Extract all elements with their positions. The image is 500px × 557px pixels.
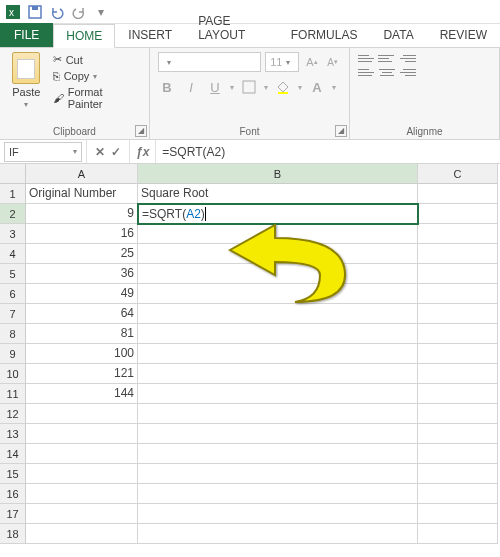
decrease-font-icon[interactable]: A▾	[324, 53, 341, 71]
row-header-1[interactable]: 1	[0, 184, 26, 204]
cell-C10[interactable]	[418, 364, 498, 384]
tab-data[interactable]: DATA	[370, 23, 426, 47]
cell-B16[interactable]	[138, 484, 418, 504]
tab-pagelayout[interactable]: PAGE LAYOUT	[185, 9, 278, 47]
row-header-11[interactable]: 11	[0, 384, 26, 404]
cell-A4[interactable]: 25	[26, 244, 138, 264]
col-header-A[interactable]: A	[26, 164, 138, 184]
row-header-9[interactable]: 9	[0, 344, 26, 364]
qat-customize-icon[interactable]: ▾	[94, 5, 108, 19]
cell-C7[interactable]	[418, 304, 498, 324]
row-header-6[interactable]: 6	[0, 284, 26, 304]
cell-C8[interactable]	[418, 324, 498, 344]
italic-button[interactable]: I	[182, 78, 200, 96]
format-painter-button[interactable]: 🖌Format Painter	[49, 85, 141, 111]
alignment-buttons[interactable]	[358, 52, 491, 78]
cell-B11[interactable]	[138, 384, 418, 404]
cell-B12[interactable]	[138, 404, 418, 424]
cell-A6[interactable]: 49	[26, 284, 138, 304]
cell-A18[interactable]	[26, 524, 138, 544]
cell-C13[interactable]	[418, 424, 498, 444]
cell-B10[interactable]	[138, 364, 418, 384]
formula-bar[interactable]: =SQRT(A2)	[156, 145, 500, 159]
name-box[interactable]: IF▾	[4, 142, 82, 162]
cell-A10[interactable]: 121	[26, 364, 138, 384]
row-header-12[interactable]: 12	[0, 404, 26, 424]
col-header-B[interactable]: B	[138, 164, 418, 184]
row-header-8[interactable]: 8	[0, 324, 26, 344]
cell-A9[interactable]: 100	[26, 344, 138, 364]
cell-B5[interactable]	[138, 264, 418, 284]
cell-C5[interactable]	[418, 264, 498, 284]
cell-A13[interactable]	[26, 424, 138, 444]
select-all-corner[interactable]	[0, 164, 26, 184]
cell-A1[interactable]: Original Number	[26, 184, 138, 204]
cell-B2[interactable]: =SQRT(A2)	[138, 204, 418, 224]
cell-B15[interactable]	[138, 464, 418, 484]
cell-C18[interactable]	[418, 524, 498, 544]
font-color-button[interactable]: A	[308, 78, 326, 96]
cell-B1[interactable]: Square Root	[138, 184, 418, 204]
cell-B14[interactable]	[138, 444, 418, 464]
font-dialog-launcher[interactable]: ◢	[335, 125, 347, 137]
cell-C15[interactable]	[418, 464, 498, 484]
cell-C3[interactable]	[418, 224, 498, 244]
border-button[interactable]	[240, 78, 258, 96]
cell-B17[interactable]	[138, 504, 418, 524]
tab-insert[interactable]: INSERT	[115, 23, 185, 47]
font-name-select[interactable]: ▾	[158, 52, 261, 72]
redo-icon[interactable]	[72, 5, 86, 19]
enter-formula-icon[interactable]: ✓	[111, 145, 121, 159]
cell-C12[interactable]	[418, 404, 498, 424]
cell-B7[interactable]	[138, 304, 418, 324]
cell-C9[interactable]	[418, 344, 498, 364]
row-header-2[interactable]: 2	[0, 204, 26, 224]
cancel-formula-icon[interactable]: ✕	[95, 145, 105, 159]
tab-review[interactable]: REVIEW	[427, 23, 500, 47]
cell-B6[interactable]	[138, 284, 418, 304]
cell-A3[interactable]: 16	[26, 224, 138, 244]
cell-A14[interactable]	[26, 444, 138, 464]
increase-font-icon[interactable]: A▴	[303, 53, 320, 71]
fx-label[interactable]: ƒx	[130, 140, 156, 163]
row-header-10[interactable]: 10	[0, 364, 26, 384]
row-header-16[interactable]: 16	[0, 484, 26, 504]
cell-A12[interactable]	[26, 404, 138, 424]
tab-home[interactable]: HOME	[53, 24, 115, 48]
cell-C11[interactable]	[418, 384, 498, 404]
col-header-C[interactable]: C	[418, 164, 498, 184]
row-header-4[interactable]: 4	[0, 244, 26, 264]
cell-B3[interactable]	[138, 224, 418, 244]
cell-A11[interactable]: 144	[26, 384, 138, 404]
row-header-5[interactable]: 5	[0, 264, 26, 284]
cell-A15[interactable]	[26, 464, 138, 484]
cell-C4[interactable]	[418, 244, 498, 264]
font-size-select[interactable]: 11▾	[265, 52, 299, 72]
row-header-7[interactable]: 7	[0, 304, 26, 324]
underline-button[interactable]: U	[206, 78, 224, 96]
tab-file[interactable]: FILE	[0, 23, 53, 47]
row-header-18[interactable]: 18	[0, 524, 26, 544]
cell-B18[interactable]	[138, 524, 418, 544]
cell-C1[interactable]	[418, 184, 498, 204]
copy-button[interactable]: ⎘Copy▾	[49, 69, 141, 83]
cell-B9[interactable]	[138, 344, 418, 364]
cell-A7[interactable]: 64	[26, 304, 138, 324]
cell-C14[interactable]	[418, 444, 498, 464]
bold-button[interactable]: B	[158, 78, 176, 96]
cell-A5[interactable]: 36	[26, 264, 138, 284]
row-header-3[interactable]: 3	[0, 224, 26, 244]
row-header-15[interactable]: 15	[0, 464, 26, 484]
tab-formulas[interactable]: FORMULAS	[278, 23, 371, 47]
clipboard-dialog-launcher[interactable]: ◢	[135, 125, 147, 137]
cell-B8[interactable]	[138, 324, 418, 344]
cell-B13[interactable]	[138, 424, 418, 444]
row-header-14[interactable]: 14	[0, 444, 26, 464]
row-header-13[interactable]: 13	[0, 424, 26, 444]
cut-button[interactable]: ✂Cut	[49, 52, 141, 67]
cell-A2[interactable]: 9	[26, 204, 138, 224]
undo-icon[interactable]	[50, 5, 64, 19]
cell-C2[interactable]	[418, 204, 498, 224]
cell-C6[interactable]	[418, 284, 498, 304]
cell-C17[interactable]	[418, 504, 498, 524]
